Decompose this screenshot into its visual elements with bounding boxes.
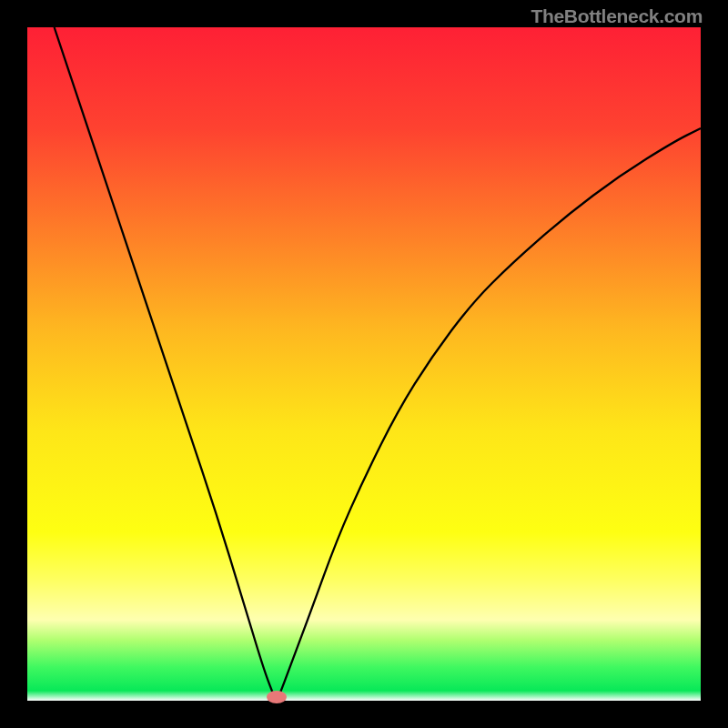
watermark-text: TheBottleneck.com xyxy=(531,5,703,27)
bottleneck-curve xyxy=(27,27,701,701)
plot-area xyxy=(27,27,701,701)
minimum-marker xyxy=(267,691,287,703)
chart-container: TheBottleneck.com xyxy=(0,0,728,728)
